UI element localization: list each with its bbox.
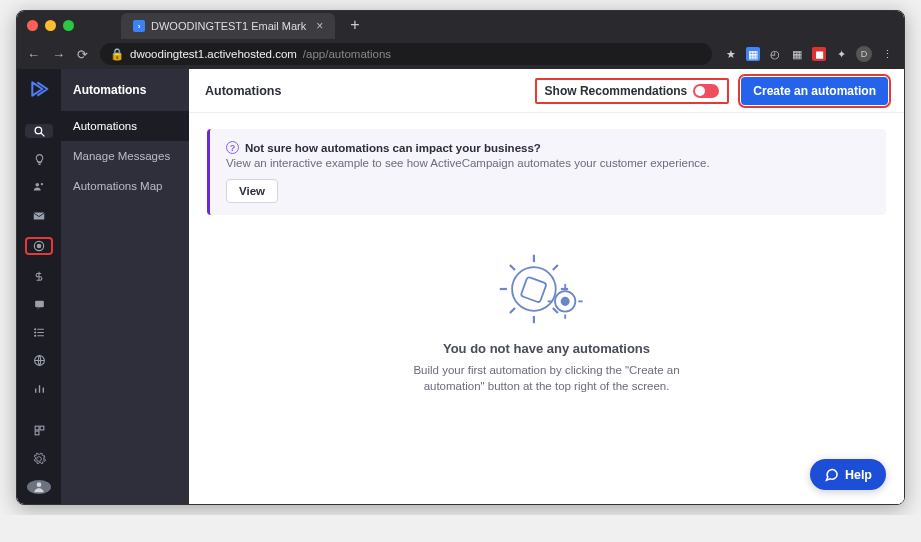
nav-forward-icon[interactable]: → bbox=[52, 47, 65, 62]
svg-point-12 bbox=[34, 332, 35, 333]
create-automation-button[interactable]: Create an automation bbox=[741, 77, 888, 105]
window-close-dot[interactable] bbox=[27, 20, 38, 31]
titlebar: › DWOODINGTEST1 Email Mark × + bbox=[17, 11, 904, 39]
toggle-switch-icon[interactable] bbox=[693, 84, 719, 98]
empty-gears-icon bbox=[487, 249, 607, 329]
rail-conversations-icon[interactable] bbox=[25, 297, 53, 311]
page-title: Automations bbox=[205, 84, 523, 98]
window-minimize-dot[interactable] bbox=[45, 20, 56, 31]
svg-line-28 bbox=[509, 265, 514, 270]
ext-icon[interactable]: ✦ bbox=[834, 47, 848, 61]
tab-title: DWOODINGTEST1 Email Mark bbox=[151, 20, 306, 32]
svg-point-33 bbox=[561, 298, 568, 305]
svg-rect-23 bbox=[520, 277, 546, 303]
svg-rect-19 bbox=[40, 426, 44, 430]
window-maximize-dot[interactable] bbox=[63, 20, 74, 31]
svg-point-11 bbox=[34, 328, 35, 329]
sidebar-title: Automations bbox=[61, 69, 189, 111]
rail-settings-icon[interactable] bbox=[25, 452, 53, 466]
rail-mail-icon[interactable] bbox=[25, 209, 53, 223]
page-header: Automations Show Recommendations Create … bbox=[189, 69, 904, 113]
app-logo-icon[interactable] bbox=[29, 79, 49, 104]
banner-title-row: ? Not sure how automations can impact yo… bbox=[226, 141, 870, 154]
rail-automations-icon[interactable] bbox=[25, 237, 53, 255]
svg-rect-7 bbox=[35, 300, 44, 307]
show-recommendations-toggle[interactable]: Show Recommendations bbox=[535, 78, 730, 104]
rail-apps-icon[interactable] bbox=[25, 424, 53, 438]
tab-close-icon[interactable]: × bbox=[316, 19, 323, 33]
banner-title: Not sure how automations can impact your… bbox=[245, 142, 541, 154]
svg-point-21 bbox=[37, 482, 42, 487]
lock-icon: 🔒 bbox=[110, 47, 124, 61]
svg-line-30 bbox=[509, 308, 514, 313]
sidebar: Automations Automations Manage Messages … bbox=[61, 69, 189, 504]
tab-favicon-icon: › bbox=[133, 20, 145, 32]
svg-point-22 bbox=[512, 267, 556, 311]
chat-bubble-icon bbox=[824, 467, 839, 482]
rail-reports-icon[interactable] bbox=[25, 382, 53, 396]
content: ? Not sure how automations can impact yo… bbox=[189, 113, 904, 504]
banner-desc: View an interactive example to see how A… bbox=[226, 157, 870, 169]
svg-line-1 bbox=[41, 133, 44, 136]
ext-icon[interactable]: ▦ bbox=[746, 47, 760, 61]
browser-window: › DWOODINGTEST1 Email Mark × + ← → ⟳ 🔒 d… bbox=[16, 10, 905, 505]
url-path: /app/automations bbox=[303, 48, 391, 60]
rail-contacts-icon[interactable] bbox=[25, 180, 53, 194]
profile-badge[interactable]: D bbox=[856, 46, 872, 62]
help-label: Help bbox=[845, 468, 872, 482]
svg-line-31 bbox=[552, 265, 557, 270]
svg-point-2 bbox=[36, 183, 40, 187]
show-recommendations-label: Show Recommendations bbox=[545, 84, 688, 98]
nav-back-icon[interactable]: ← bbox=[27, 47, 40, 62]
help-button[interactable]: Help bbox=[810, 459, 886, 490]
info-banner: ? Not sure how automations can impact yo… bbox=[207, 129, 886, 215]
sidebar-item-automations[interactable]: Automations bbox=[61, 111, 189, 141]
browser-tab[interactable]: › DWOODINGTEST1 Email Mark × bbox=[121, 13, 335, 39]
nav-reload-icon[interactable]: ⟳ bbox=[77, 47, 88, 62]
rail-search-icon[interactable] bbox=[25, 124, 53, 138]
banner-view-button[interactable]: View bbox=[226, 179, 278, 203]
svg-rect-18 bbox=[35, 426, 39, 430]
svg-point-0 bbox=[35, 127, 42, 134]
empty-desc: Build your first automation by clicking … bbox=[407, 362, 687, 394]
svg-point-13 bbox=[34, 335, 35, 336]
ext-icon[interactable]: ▦ bbox=[790, 47, 804, 61]
empty-title: You do not have any automations bbox=[443, 341, 650, 356]
url-field[interactable]: 🔒 dwoodingtest1.activehosted.com/app/aut… bbox=[100, 43, 712, 65]
sidebar-item-automations-map[interactable]: Automations Map bbox=[61, 171, 189, 201]
new-tab-button[interactable]: + bbox=[350, 16, 359, 34]
extension-icons: ★ ▦ ◴ ▦ ◼ ✦ D ⋮ bbox=[724, 46, 894, 62]
ext-icon[interactable]: ◴ bbox=[768, 47, 782, 61]
rail-lightbulb-icon[interactable] bbox=[25, 152, 53, 166]
rail-site-icon[interactable] bbox=[25, 353, 53, 367]
main: Automations Show Recommendations Create … bbox=[189, 69, 904, 504]
app: Automations Automations Manage Messages … bbox=[17, 69, 904, 504]
sidebar-item-manage-messages[interactable]: Manage Messages bbox=[61, 141, 189, 171]
ext-icon[interactable]: ★ bbox=[724, 47, 738, 61]
rail-avatar[interactable] bbox=[27, 480, 51, 494]
url-domain: dwoodingtest1.activehosted.com bbox=[130, 48, 297, 60]
rail-lists-icon[interactable] bbox=[25, 325, 53, 339]
info-icon: ? bbox=[226, 141, 239, 154]
svg-point-6 bbox=[37, 244, 41, 248]
svg-rect-20 bbox=[35, 431, 39, 435]
ext-icon[interactable]: ◼ bbox=[812, 47, 826, 61]
left-rail bbox=[17, 69, 61, 504]
svg-rect-4 bbox=[34, 212, 45, 219]
svg-point-3 bbox=[41, 183, 43, 185]
rail-deals-icon[interactable] bbox=[25, 269, 53, 283]
url-bar: ← → ⟳ 🔒 dwoodingtest1.activehosted.com/a… bbox=[17, 39, 904, 69]
browser-menu-icon[interactable]: ⋮ bbox=[880, 47, 894, 61]
empty-state: You do not have any automations Build yo… bbox=[207, 249, 886, 394]
